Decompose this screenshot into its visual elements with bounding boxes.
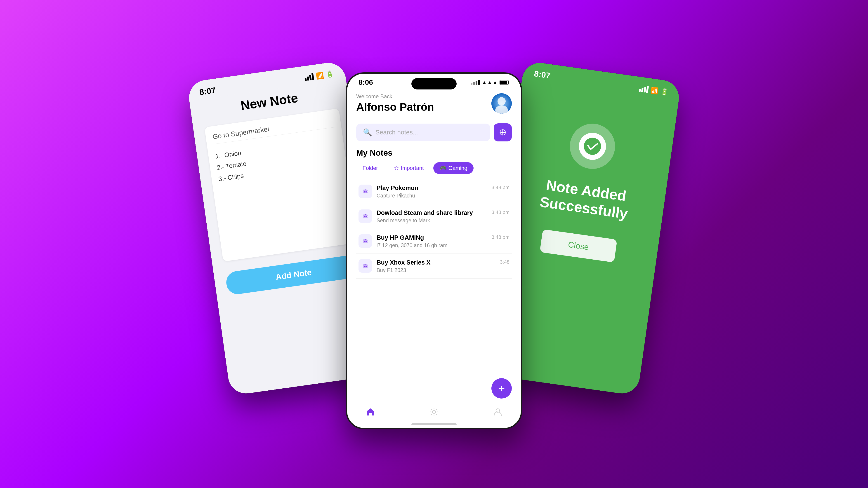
center-status-time: 8:06 [359, 78, 373, 87]
nav-settings-icon[interactable] [429, 407, 439, 419]
filter-tabs: Folder ☆ Important 🎮 Gaming [356, 162, 512, 174]
note-subtitle-1: Capture Pikachu [377, 193, 487, 199]
tab-important[interactable]: ☆ Important [388, 162, 430, 174]
svg-rect-17 [364, 241, 365, 242]
avatar-image [491, 93, 512, 113]
svg-point-22 [432, 410, 436, 414]
svg-rect-11 [364, 191, 365, 193]
my-notes-title: My Notes [356, 148, 512, 158]
search-bar[interactable]: 🔍 Search notes... [356, 124, 490, 141]
svg-rect-12 [366, 191, 367, 193]
avatar[interactable] [491, 93, 512, 113]
svg-rect-21 [366, 266, 367, 267]
gamepad-icon: 🎮 [440, 165, 446, 171]
checkmark [577, 131, 608, 162]
filter-button[interactable] [494, 123, 512, 141]
note-content-1: Play Pokemon Capture Pikachu [377, 185, 487, 199]
success-circle [567, 121, 618, 172]
add-note-button[interactable]: Add Note [225, 254, 362, 296]
search-row: 🔍 Search notes... [356, 123, 512, 141]
search-icon: 🔍 [363, 128, 372, 137]
right-status-time: 8:07 [533, 69, 551, 80]
nav-profile-icon[interactable] [493, 407, 503, 419]
svg-rect-20 [364, 266, 365, 267]
dynamic-island [411, 78, 457, 90]
note-time-2: 3:48 pm [492, 209, 510, 215]
svg-rect-1 [500, 80, 507, 84]
star-icon: ☆ [394, 165, 399, 171]
welcome-label: Welcome Back [356, 93, 434, 100]
note-content-4: Buy Xbox Series X Buy F1 2023 [377, 259, 495, 273]
note-title-1: Play Pokemon [377, 185, 487, 192]
battery-icon: 🔋 [326, 70, 334, 78]
close-button[interactable]: Close [540, 229, 617, 262]
fab-add-note[interactable]: + [491, 378, 512, 398]
note-subtitle-4: Buy F1 2023 [377, 267, 495, 273]
user-name: Alfonso Patrón [356, 101, 434, 113]
note-item-1[interactable]: Play Pokemon Capture Pikachu 3:48 pm [356, 180, 512, 204]
center-wifi-icon: ▲▲▲ [482, 79, 498, 86]
right-status-icons: 📶 🔋 [639, 85, 669, 96]
right-signal-icon [639, 85, 649, 93]
note-title-3: Buy HP GAMINg [377, 234, 487, 241]
success-text: Note Added Successfully [515, 173, 655, 226]
note-item-3[interactable]: Buy HP GAMINg i7 12 gen, 3070 and 16 gb … [356, 229, 512, 254]
note-title-2: Dowload Steam and share library [377, 209, 487, 217]
left-status-time: 8:07 [199, 86, 216, 97]
center-signal-icon [471, 80, 480, 85]
center-app-content: Welcome Back Alfonso Patrón [347, 89, 521, 279]
note-icon-2 [359, 209, 372, 223]
note-content-3: Buy HP GAMINg i7 12 gen, 3070 and 16 gb … [377, 234, 487, 249]
left-status-icons: 📶 🔋 [304, 70, 334, 81]
note-subtitle-2: Send message to Mark [377, 218, 487, 224]
note-time-4: 3:48 [500, 259, 509, 265]
svg-rect-18 [366, 241, 367, 242]
notes-list: Play Pokemon Capture Pikachu 3:48 pm [356, 180, 512, 279]
tab-gaming[interactable]: 🎮 Gaming [433, 162, 473, 174]
phone-center-screen: 8:06 ▲▲▲ [347, 74, 521, 428]
svg-rect-15 [366, 216, 367, 217]
svg-rect-2 [508, 82, 509, 84]
tab-folder[interactable]: Folder [356, 162, 384, 174]
phone-center: 8:06 ▲▲▲ [346, 72, 522, 429]
note-time-3: 3:48 pm [492, 234, 510, 240]
right-battery-icon: 🔋 [660, 88, 669, 96]
note-icon-3 [359, 234, 372, 248]
note-title-4: Buy Xbox Series X [377, 259, 495, 266]
wifi-icon: 📶 [315, 71, 324, 80]
center-battery-icon [500, 80, 509, 85]
center-status-icons: ▲▲▲ [471, 79, 509, 86]
note-input-area[interactable]: Go to Supermarket 1.- Onion 2.- Tomato 3… [204, 108, 358, 262]
right-wifi-icon: 📶 [650, 86, 659, 95]
note-subtitle-3: i7 12 gen, 3070 and 16 gb ram [377, 242, 487, 249]
note-content-2: Dowload Steam and share library Send mes… [377, 209, 487, 224]
note-icon-4 [359, 259, 372, 273]
note-item-2[interactable]: Dowload Steam and share library Send mes… [356, 204, 512, 229]
svg-point-4 [498, 97, 506, 105]
svg-point-24 [583, 137, 602, 156]
note-icon-1 [359, 185, 372, 198]
svg-rect-14 [364, 216, 365, 217]
fab-plus-icon: + [498, 382, 505, 395]
user-info: Welcome Back Alfonso Patrón [356, 93, 434, 119]
note-item-4[interactable]: Buy Xbox Series X Buy F1 2023 3:48 [356, 254, 512, 279]
nav-home-icon[interactable] [365, 407, 375, 419]
phones-container: 8:07 📶 🔋 New Note Go to Supermarket [185, 41, 683, 447]
home-indicator [411, 423, 457, 425]
signal-icon [304, 73, 314, 81]
note-time-1: 3:48 pm [492, 185, 510, 191]
note-body[interactable]: 1.- Onion 2.- Tomato 3.- Chips [215, 134, 340, 185]
header-row: Welcome Back Alfonso Patrón [356, 93, 512, 119]
search-placeholder: Search notes... [375, 129, 418, 136]
